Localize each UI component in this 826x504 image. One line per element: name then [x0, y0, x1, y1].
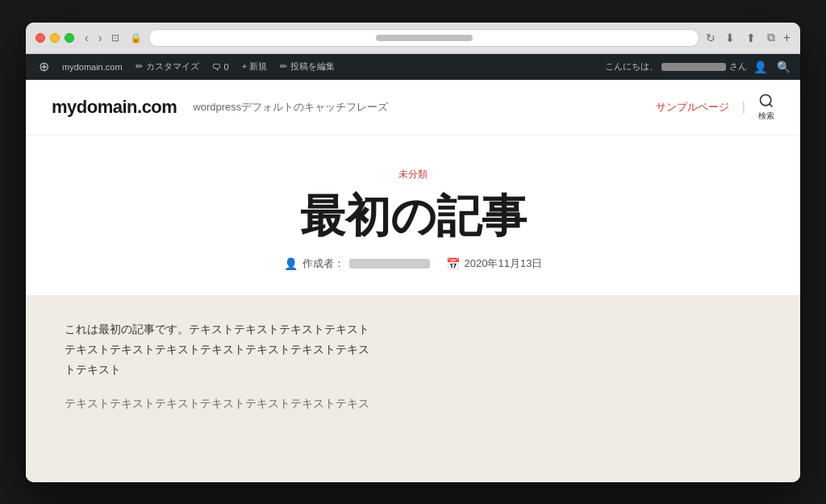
address-bar[interactable] [148, 29, 699, 47]
author-label: 作成者： [302, 256, 344, 271]
new-tab-button[interactable]: ⧉ [764, 29, 778, 46]
author-meta: 👤 作成者： [284, 256, 430, 271]
content-line-3: トテキスト [65, 363, 121, 376]
svg-line-1 [770, 103, 773, 106]
content-line-2: テキストテキストテキストテキストテキストテキストテキス [65, 343, 369, 356]
download-button[interactable]: ⬇ [722, 30, 738, 46]
content-line-1: これは最初の記事です。テキストテキストテキストテキスト [65, 323, 369, 335]
close-button[interactable] [35, 33, 45, 43]
admin-user-icon[interactable]: 👤 [750, 59, 770, 75]
search-label: 検索 [758, 110, 774, 122]
back-button[interactable]: ‹ [81, 30, 93, 46]
customize-icon: ✏ [136, 61, 143, 72]
title-bar: ‹ › ⊡ 🔒 ↻ ⬇ ⬆ ⧉ + [26, 23, 800, 54]
greeting-text: こんにちは、 [605, 60, 658, 73]
wp-admin-bar: ⊕ mydomain.com ✏ カスタマイズ 🗨 0 + 新規 ✏ 投稿を編集… [26, 54, 800, 80]
post-meta: 👤 作成者： 📅 2020年11月13日 [52, 256, 774, 271]
user-name-blur [661, 63, 726, 71]
author-name-blur [349, 259, 430, 269]
share-button[interactable]: ⬆ [743, 30, 759, 46]
content-area: これは最初の記事です。テキストテキストテキストテキスト テキストテキストテキスト… [26, 295, 800, 481]
edit-icon: ✏ [280, 61, 287, 72]
maximize-button[interactable] [65, 33, 74, 43]
post-category-link[interactable]: 未分類 [52, 168, 774, 181]
add-tab-button[interactable]: + [783, 31, 791, 45]
browser-actions: ⬇ ⬆ ⧉ + [722, 29, 791, 46]
search-icon [758, 93, 774, 109]
post-title: 最初の記事 [52, 191, 774, 241]
svg-point-0 [761, 94, 771, 105]
admin-site-name[interactable]: mydomain.com [56, 54, 129, 80]
article-header-area: 未分類 最初の記事 👤 作成者： 📅 2020年11月13日 [26, 135, 800, 296]
browser-chrome: ‹ › ⊡ 🔒 ↻ ⬇ ⬆ ⧉ + [26, 23, 800, 54]
traffic-lights [35, 33, 74, 43]
admin-comments[interactable]: 🗨 0 [206, 54, 236, 80]
person-icon: 👤 [284, 257, 298, 270]
browser-window: ‹ › ⊡ 🔒 ↻ ⬇ ⬆ ⧉ + [26, 23, 800, 482]
forward-button[interactable]: › [94, 30, 106, 46]
san-text: さん [729, 60, 747, 73]
address-bar-fill [376, 35, 473, 41]
content-line-4: テキストテキストテキストテキストテキストテキストテキス [65, 397, 369, 410]
sample-page-link[interactable]: サンプルページ [656, 100, 729, 115]
post-content-secondary: テキストテキストテキストテキストテキストテキストテキス [65, 394, 761, 414]
admin-new[interactable]: + 新規 [236, 54, 273, 80]
address-bar-container [148, 29, 699, 47]
nav-divider: | [742, 100, 745, 115]
admin-edit-post[interactable]: ✏ 投稿を編集 [273, 54, 341, 80]
calendar-icon: 📅 [446, 257, 460, 270]
site-title[interactable]: mydomain.com [52, 97, 177, 118]
minimize-button[interactable] [50, 33, 60, 43]
site-header: mydomain.com wordpressデフォルトのキャッチフレーズ サンプ… [26, 80, 800, 135]
post-content-main: これは最初の記事です。テキストテキストテキストテキスト テキストテキストテキスト… [65, 319, 761, 381]
wp-logo-icon: ⊕ [39, 59, 49, 74]
post-date: 2020年11月13日 [465, 256, 543, 271]
wp-logo-item[interactable]: ⊕ [32, 54, 56, 80]
edit-post-label: 投稿を編集 [290, 60, 335, 73]
reload-button[interactable]: ↻ [706, 31, 715, 44]
comments-icon: 🗨 [212, 62, 221, 72]
admin-search-icon[interactable]: 🔍 [774, 59, 794, 75]
site-nav: サンプルページ | 検索 [656, 93, 774, 122]
date-meta: 📅 2020年11月13日 [446, 256, 543, 271]
customize-label: カスタマイズ [146, 60, 199, 73]
nav-buttons: ‹ › ⊡ [81, 30, 123, 46]
admin-customize[interactable]: ✏ カスタマイズ [129, 54, 206, 80]
site-tagline: wordpressデフォルトのキャッチフレーズ [193, 100, 388, 115]
window-icon-button[interactable]: ⊡ [107, 31, 123, 45]
search-button[interactable]: 検索 [758, 93, 774, 122]
site-content: ⊕ mydomain.com ✏ カスタマイズ 🗨 0 + 新規 ✏ 投稿を編集… [26, 54, 800, 482]
security-icon: 🔒 [130, 32, 142, 44]
admin-bar-right: こんにちは、 さん 👤 🔍 [605, 59, 794, 75]
comments-count: 0 [224, 62, 229, 72]
